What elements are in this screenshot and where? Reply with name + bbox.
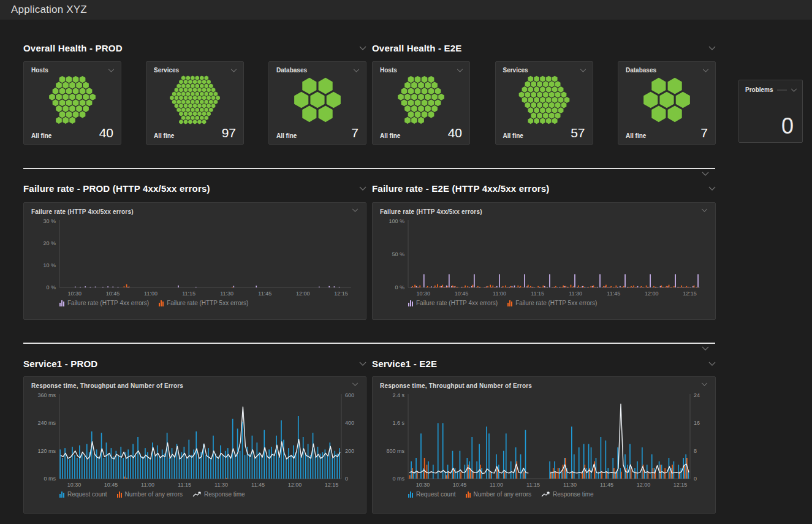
honeycomb-chart: [24, 75, 121, 125]
section-title: Service1 - E2E: [372, 359, 437, 369]
svg-text:0 ms: 0 ms: [392, 476, 404, 482]
svg-text:11:45: 11:45: [251, 482, 265, 488]
svg-text:30 %: 30 %: [43, 218, 56, 224]
svg-text:10:45: 10:45: [104, 482, 118, 488]
legend-item[interactable]: Number of any errors: [466, 491, 531, 498]
svg-text:11:15: 11:15: [531, 290, 544, 297]
chevron-down-icon[interactable]: [708, 362, 716, 366]
section-title: Service1 - PROD: [23, 359, 97, 369]
chevron-down-icon[interactable]: [702, 172, 709, 176]
svg-text:0 %: 0 %: [395, 284, 404, 290]
chevron-down-icon[interactable]: [359, 186, 366, 191]
chevron-down-icon[interactable]: [791, 88, 797, 92]
svg-text:1.6 s: 1.6 s: [392, 420, 404, 426]
chevron-down-icon[interactable]: [108, 69, 115, 72]
legend-item[interactable]: Failure rate (HTTP 5xx errors): [159, 300, 248, 306]
svg-text:11:45: 11:45: [600, 482, 613, 488]
service-chart-e2e[interactable]: Response time, Throughput and Number of …: [372, 376, 716, 514]
combo-chart: 0 ms120 ms240 ms360 ms020040060010:3010:…: [31, 389, 360, 490]
bar-series-icon: [59, 492, 64, 498]
health-tile-databases-e2e[interactable]: Databases All fine7: [618, 61, 716, 145]
health-tile-hosts-prod[interactable]: Hosts All fine40: [23, 61, 121, 145]
svg-text:10 %: 10 %: [43, 262, 56, 268]
svg-text:11:30: 11:30: [220, 290, 233, 297]
chevron-down-icon[interactable]: [359, 362, 366, 366]
divider: [777, 89, 787, 91]
chevron-down-icon[interactable]: [701, 208, 708, 212]
bar-chart: 0 %50 %100 %10:3010:4511:0011:1511:3011:…: [380, 215, 708, 298]
legend-label: Failure rate (HTTP 5xx errors): [515, 300, 597, 306]
line-series-icon: [541, 492, 550, 498]
svg-text:11:45: 11:45: [258, 290, 271, 297]
legend-item[interactable]: Response time: [541, 491, 594, 498]
section-header-health-e2e: Overall Health - E2E: [372, 43, 716, 53]
svg-text:12:00: 12:00: [288, 482, 302, 488]
svg-text:0 %: 0 %: [46, 284, 56, 290]
entity-count: 40: [448, 126, 462, 139]
chevron-down-icon[interactable]: [702, 346, 709, 351]
chevron-down-icon[interactable]: [352, 382, 359, 386]
chart-title: Failure rate (HTTP 4xx/5xx errors): [380, 208, 482, 215]
tile-title: Services: [154, 67, 179, 74]
svg-text:0 ms: 0 ms: [44, 476, 56, 482]
legend-item[interactable]: Response time: [192, 491, 245, 498]
top-bar: Application XYZ: [0, 0, 812, 20]
svg-text:10:30: 10:30: [417, 290, 431, 297]
page-title: Application XYZ: [11, 4, 87, 16]
honeycomb-chart: [269, 75, 366, 125]
chevron-down-icon[interactable]: [708, 186, 716, 191]
legend-item[interactable]: Failure rate (HTTP 4xx errors): [59, 300, 149, 306]
svg-text:800 ms: 800 ms: [386, 448, 404, 454]
svg-text:50 %: 50 %: [392, 251, 404, 257]
svg-text:10:30: 10:30: [67, 482, 82, 488]
legend-item[interactable]: Request count: [408, 491, 456, 498]
legend-item[interactable]: Request count: [59, 491, 107, 498]
svg-text:240 ms: 240 ms: [37, 420, 56, 426]
bar-series-icon: [117, 492, 122, 498]
problems-tile[interactable]: Problems 0: [738, 80, 803, 143]
svg-text:12:00: 12:00: [637, 482, 651, 488]
legend-label: Failure rate (HTTP 4xx errors): [67, 300, 149, 306]
failure-rate-chart-prod[interactable]: Failure rate (HTTP 4xx/5xx errors) 0 %10…: [23, 202, 366, 320]
tile-title: Databases: [276, 67, 307, 74]
chart-legend: Failure rate (HTTP 4xx errors)Failure ra…: [59, 300, 359, 306]
chevron-down-icon[interactable]: [701, 382, 708, 386]
chevron-down-icon[interactable]: [352, 208, 359, 212]
chevron-down-icon[interactable]: [230, 69, 237, 72]
svg-text:100 %: 100 %: [389, 218, 404, 224]
legend-label: Failure rate (HTTP 5xx errors): [167, 300, 248, 306]
chevron-down-icon[interactable]: [708, 46, 716, 50]
chevron-down-icon[interactable]: [359, 46, 366, 50]
health-tile-databases-prod[interactable]: Databases All fine7: [268, 61, 366, 145]
svg-text:2.4 s: 2.4 s: [392, 392, 404, 398]
section-header-failure-prod: Failure rate - PROD (HTTP 4xx/5xx errors…: [23, 183, 366, 194]
svg-text:11:00: 11:00: [141, 482, 154, 488]
bar-series-icon: [59, 300, 64, 306]
chevron-down-icon[interactable]: [353, 69, 360, 72]
legend-label: Response time: [204, 491, 245, 498]
health-tiles-e2e: Hosts All fine40 Services All fine57 Dat…: [372, 61, 716, 145]
service-chart-prod[interactable]: Response time, Throughput and Number of …: [23, 376, 366, 514]
bar-series-icon: [408, 300, 413, 306]
svg-text:600: 600: [345, 392, 354, 398]
chevron-down-icon[interactable]: [580, 69, 586, 72]
chevron-down-icon[interactable]: [457, 69, 463, 72]
entity-count: 7: [700, 126, 708, 139]
health-tile-services-e2e[interactable]: Services All fine57: [495, 61, 593, 145]
health-status-label: All fine: [276, 132, 297, 139]
legend-label: Response time: [553, 491, 594, 498]
legend-item[interactable]: Failure rate (HTTP 4xx errors): [408, 300, 498, 306]
svg-text:11:00: 11:00: [144, 290, 157, 297]
svg-text:11:30: 11:30: [569, 290, 582, 297]
svg-text:12:00: 12:00: [645, 290, 659, 297]
legend-item[interactable]: Failure rate (HTTP 5xx errors): [507, 300, 597, 306]
svg-text:12:15: 12:15: [683, 290, 697, 297]
divider: [23, 168, 715, 169]
health-tile-hosts-e2e[interactable]: Hosts All fine40: [372, 61, 470, 145]
failure-rate-chart-e2e[interactable]: Failure rate (HTTP 4xx/5xx errors) 0 %50…: [372, 202, 716, 320]
chevron-down-icon[interactable]: [702, 69, 709, 72]
health-tile-services-prod[interactable]: Services All fine97: [146, 61, 244, 145]
legend-item[interactable]: Number of any errors: [117, 491, 183, 498]
dashboard: Application XYZ Overall Health - PROD Ov…: [0, 0, 812, 524]
entity-count: 40: [99, 126, 113, 139]
